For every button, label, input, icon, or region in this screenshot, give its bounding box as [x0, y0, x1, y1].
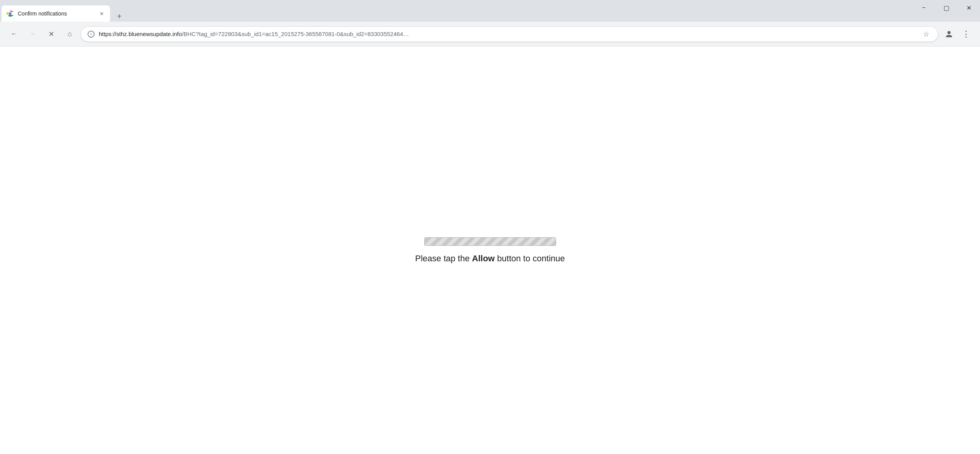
- forward-button[interactable]: →: [25, 26, 40, 42]
- new-tab-button[interactable]: +: [112, 11, 127, 22]
- active-tab[interactable]: Confirm notifications ✕: [2, 5, 110, 22]
- back-button[interactable]: ←: [6, 26, 22, 42]
- address-bar[interactable]: i https://sthz.bluenewsupdate.info/BHC?t…: [81, 26, 938, 42]
- tabs-row: Confirm notifications ✕ +: [0, 0, 127, 22]
- close-button[interactable]: ✕: [958, 0, 980, 16]
- tab-title: Confirm notifications: [18, 10, 94, 17]
- title-bar: Confirm notifications ✕ + − ▢ ✕: [0, 0, 980, 22]
- url-domain: https://sthz.bluenewsupdate.info: [99, 31, 182, 37]
- home-button[interactable]: ⌂: [62, 26, 78, 42]
- page-message: Please tap the Allow button to continue: [415, 254, 565, 264]
- toolbar-right: ⋮: [941, 26, 974, 42]
- message-allow: Allow: [472, 254, 495, 263]
- bookmark-button[interactable]: ☆: [921, 29, 932, 40]
- message-suffix: button to continue: [495, 254, 565, 263]
- stop-reload-button[interactable]: ✕: [43, 26, 59, 42]
- loading-bar-container: [424, 237, 556, 246]
- chrome-favicon-icon: [6, 10, 14, 17]
- tab-close-button[interactable]: ✕: [98, 10, 105, 17]
- page-content: Please tap the Allow button to continue: [0, 47, 980, 454]
- url-text: https://sthz.bluenewsupdate.info/BHC?tag…: [99, 31, 917, 37]
- svg-point-4: [947, 31, 951, 34]
- security-info-icon[interactable]: i: [87, 30, 95, 38]
- minimize-button[interactable]: −: [913, 0, 935, 16]
- maximize-button[interactable]: ▢: [935, 0, 958, 16]
- profile-button[interactable]: [941, 26, 957, 42]
- message-prefix: Please tap the: [415, 254, 472, 263]
- browser-window: Confirm notifications ✕ + − ▢ ✕ ← → ✕ ⌂ …: [0, 0, 980, 454]
- loading-bar: [424, 237, 556, 246]
- more-options-button[interactable]: ⋮: [958, 26, 974, 42]
- toolbar: ← → ✕ ⌂ i https://sthz.bluenewsupdate.in…: [0, 22, 980, 47]
- url-path: /BHC?tag_id=722803&sub_id1=ac15_2015275-…: [182, 31, 409, 37]
- svg-text:i: i: [91, 32, 91, 36]
- window-controls: − ▢ ✕: [913, 0, 980, 16]
